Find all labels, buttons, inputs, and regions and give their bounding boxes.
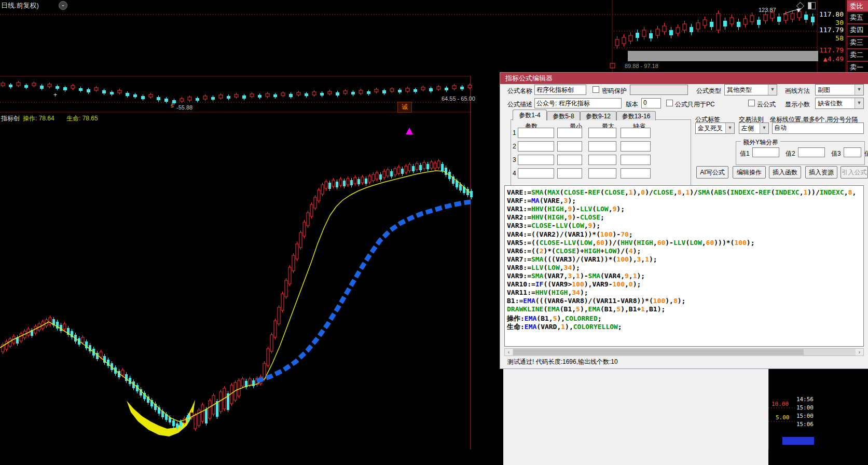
y-value3-label: 值3 [831, 149, 841, 158]
pc-only-label: 公式只用于PC [675, 100, 715, 109]
tab-param-4[interactable]: 参数13-16 [616, 111, 656, 120]
split-panel-icon[interactable] [808, 2, 816, 9]
password-input[interactable] [630, 85, 688, 95]
quote-header: 委比 [847, 0, 868, 11]
formula-type-select[interactable]: 其他类型▼ [724, 84, 777, 95]
param-input-r3c2[interactable] [557, 155, 582, 165]
button-1[interactable]: AI写公式 [696, 166, 728, 179]
tab-param-3[interactable]: 参数9-12 [580, 111, 616, 120]
quote-row-4: 卖二 [847, 49, 868, 61]
chevron-down-icon[interactable]: ▼ [855, 85, 863, 95]
param-row-number: 4 [513, 170, 516, 177]
code-line-3: VAR1:=HHV(HIGH,9)-LLV(LOW,9); [507, 205, 625, 213]
quote-value: 30 [816, 19, 844, 26]
param-input-r2c1[interactable] [518, 141, 554, 152]
pc-only-checkbox[interactable] [666, 100, 673, 106]
chevron-down-icon[interactable]: ▼ [760, 123, 768, 133]
version-input[interactable]: 0 [641, 98, 661, 108]
param-input-r2c4[interactable] [621, 141, 651, 152]
formula-name-input[interactable]: 程序化指标创 [534, 85, 586, 95]
time-label: 15:06 [793, 421, 814, 428]
param-input-r4c2[interactable] [557, 168, 582, 179]
param-input-r2c3[interactable] [588, 141, 616, 152]
param-input-r3c4[interactable] [621, 155, 651, 165]
background-window [503, 368, 768, 465]
y-value3-input[interactable] [844, 147, 861, 157]
tab-param-1[interactable]: 参数1-4 [513, 110, 547, 120]
formula-type-value: 其他类型 [727, 86, 752, 94]
formula-type-label: 公式类型 [696, 87, 721, 95]
chevron-down-icon[interactable]: ▼ [725, 123, 734, 133]
formula-desc-input[interactable]: 公众号: 程序化指标 [534, 98, 622, 108]
code-line-15: DRAWKLINE(EMA(B1,5),EMA(B1,5),B1+1,B1); [507, 305, 665, 313]
decimals-select[interactable]: 缺省位数▼ [815, 98, 864, 109]
code-line-7: VAR5:=((CLOSE-LLV(LOW,60))/(HHV(HIGH,60)… [507, 239, 755, 247]
quote-row-5: 卖一 [847, 61, 868, 74]
mid-range-label: 64.55 - 65.00 [442, 95, 475, 102]
formula-code-editor[interactable]: VARE:=SMA(MAX(CLOSE-REF(CLOSE,1),0)/CLOS… [504, 185, 864, 347]
code-line-8: VAR6:=((2)*(CLOSE)+HIGH+LOW)/(4); [507, 247, 641, 255]
param-input-r2c2[interactable] [557, 141, 582, 152]
scroll-left-icon[interactable]: ‹ [505, 349, 513, 355]
code-line-13: VAR11:=HHV(HIGH,34); [507, 289, 588, 296]
chevron-down-icon[interactable]: ▼ [855, 98, 863, 108]
button-3[interactable]: 插入函数 [769, 166, 801, 179]
param-input-r4c1[interactable] [518, 168, 554, 179]
param-input-r1c4[interactable] [621, 128, 651, 138]
scroll-right-icon[interactable]: › [856, 349, 863, 355]
decimals-value: 缺省位数 [818, 99, 843, 108]
plus-marker: + [53, 91, 57, 99]
code-line-4: VAR2:=HHV(HIGH,9)-CLOSE; [507, 213, 604, 221]
code-line-12: VAR10:=IF((VAR9>100),VAR9-100,0); [507, 280, 641, 288]
scrollbar-thumb[interactable] [513, 349, 804, 355]
param-input-r4c3[interactable] [588, 168, 616, 179]
param-row-number: 3 [513, 156, 516, 163]
button-2[interactable]: 编辑操作 [733, 166, 766, 179]
param-input-r1c1[interactable] [518, 128, 554, 138]
quote-row-2: 卖四 [847, 24, 868, 36]
code-line-1: VARE:=SMA(MAX(CLOSE-REF(CLOSE,1),0)/CLOS… [507, 188, 856, 196]
chart-rect [628, 51, 818, 61]
param-row-number: 2 [513, 143, 516, 150]
draw-method-select[interactable]: 副图▼ [815, 84, 864, 95]
axis-price-5: 5.00 [776, 414, 790, 421]
dialog-title-bar[interactable]: 指标公式编辑器 [500, 73, 868, 84]
axis-price-10: 10.00 [771, 401, 789, 407]
button-5[interactable]: 引入公式 [841, 166, 868, 179]
time-label: 15:00 [793, 413, 814, 419]
extra-y-axis-label: 额外Y轴分界 [741, 138, 780, 147]
quote-value: ▲4.49 [816, 55, 844, 63]
y-value1-label: 值1 [740, 149, 750, 158]
indicator-op-value: 操作: 78.64 [23, 114, 54, 123]
high-price-annotation: 123.87 [759, 7, 776, 13]
quote-value: 117.79 [816, 46, 844, 54]
indicator-formula-editor-dialog: 指标公式编辑器 公式名称 程序化指标创 密码保护 公式类型 其他类型▼ 画线方法… [500, 73, 868, 368]
param-input-r4c4[interactable] [621, 168, 651, 179]
trade-rule-select[interactable]: 左侧▼ [739, 122, 769, 134]
formula-tag-select[interactable]: 金叉死叉▼ [695, 122, 735, 134]
param-input-r1c2[interactable] [557, 128, 582, 138]
formula-name-label: 公式名称 [507, 87, 532, 95]
code-line-5: VAR3:=CLOSE-LLV(LOW,9); [507, 222, 600, 229]
y-value1-input[interactable] [752, 147, 779, 157]
param-input-r3c1[interactable] [518, 155, 554, 165]
code-line-2: VARF:=MA(VARE,3); [507, 197, 576, 204]
button-4[interactable]: 插入资源 [805, 166, 837, 179]
indicator-name-label: 指标创 [1, 114, 20, 123]
horizontal-scrollbar[interactable]: ‹ › [504, 348, 864, 356]
param-row-number: 1 [513, 129, 516, 136]
chevron-down-icon[interactable]: ⌄ [59, 1, 67, 10]
time-label: 15:00 [793, 404, 814, 411]
y-value2-input[interactable] [798, 147, 825, 157]
quote-row-3: 卖三 [847, 36, 868, 49]
tab-param-2[interactable]: 参数5-8 [547, 111, 580, 120]
param-input-r1c3[interactable] [588, 128, 616, 138]
quote-row-1: 卖五 [847, 11, 868, 24]
code-line-10: VAR8:=LLV(LOW,34); [507, 264, 580, 271]
chevron-down-icon[interactable]: ▼ [768, 85, 777, 95]
password-protect-checkbox[interactable] [593, 86, 599, 93]
cloud-formula-checkbox[interactable] [748, 100, 755, 106]
param-input-r3c3[interactable] [588, 155, 616, 165]
coord-line-input[interactable]: 自动 [772, 122, 864, 134]
draw-method-value: 副图 [818, 86, 830, 94]
